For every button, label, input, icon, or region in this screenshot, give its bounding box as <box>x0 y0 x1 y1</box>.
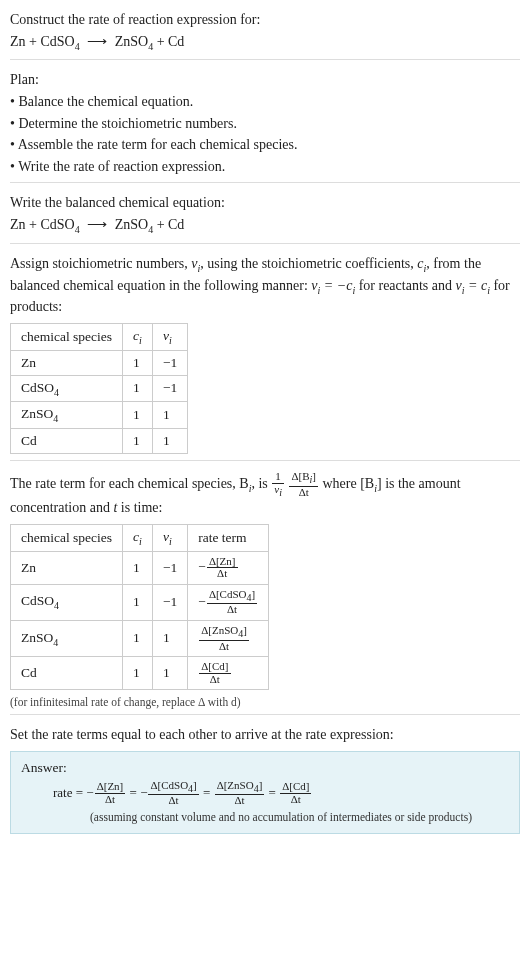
dt: Δt <box>299 486 309 498</box>
sub4: 4 <box>53 413 58 424</box>
neg: − <box>198 559 206 574</box>
text: = −c <box>320 278 352 293</box>
rate-frac: Δ[CdSO4]Δt <box>207 589 257 616</box>
rel1: νi = −ci <box>311 278 355 293</box>
nu-i: νi <box>191 256 200 271</box>
arrow-icon: ⟶ <box>87 217 108 232</box>
intro-section: Construct the rate of reaction expressio… <box>10 10 520 53</box>
cell-nu: 1 <box>152 657 187 690</box>
cell-c: 1 <box>123 620 153 656</box>
col-c: ci <box>123 323 153 350</box>
eq-tail: + Cd <box>153 34 184 49</box>
sub4: 4 <box>54 386 59 397</box>
plan-item: Write the rate of reaction expression. <box>10 157 520 177</box>
table-row: Cd 1 1 Δ[Cd]Δt <box>11 657 269 690</box>
cell-c: 1 <box>123 584 153 620</box>
text: Δ[B <box>291 470 309 482</box>
num: Δ[Cd] <box>199 661 230 674</box>
num: Δ[CdSO4] <box>207 589 257 605</box>
text: for reactants and <box>355 278 455 293</box>
table-row: ZnSO4 1 1 <box>11 402 188 429</box>
text: where [B <box>322 476 374 491</box>
num: Δ[Cd] <box>280 781 311 794</box>
eq-lhs: Zn + CdSO <box>10 217 75 232</box>
neg: − <box>140 784 147 799</box>
den: Δt <box>289 487 318 499</box>
cell-nu: −1 <box>152 375 187 402</box>
stoich-table: chemical species ci νi Zn 1 −1 CdSO4 1 −… <box>10 323 188 454</box>
text: is time: <box>117 500 162 515</box>
text: , using the stoichiometric coefficients, <box>200 256 417 271</box>
plan-item: Balance the chemical equation. <box>10 92 520 112</box>
frac-dB-dt: Δ[Bi] Δt <box>289 471 318 498</box>
final-section: Set the rate terms equal to each other t… <box>10 714 520 834</box>
text: ] <box>312 470 316 482</box>
rate-word: rate = − <box>53 784 94 799</box>
den: Δt <box>199 674 230 686</box>
cell-nu: −1 <box>152 350 187 375</box>
col-nu: νi <box>152 323 187 350</box>
answer-box: Answer: rate = −Δ[Zn]Δt = −Δ[CdSO4]Δt = … <box>10 751 520 834</box>
cell-c: 1 <box>123 429 153 454</box>
table-row: Zn 1 −1 <box>11 350 188 375</box>
num: Δ[ZnSO4] <box>199 625 249 641</box>
col-c: ci <box>123 524 153 551</box>
sub-i: i <box>169 536 172 547</box>
balanced-section: Write the balanced chemical equation: Zn… <box>10 182 520 236</box>
cell-c: 1 <box>123 350 153 375</box>
col-species: chemical species <box>11 323 123 350</box>
num: Δ[Bi] <box>289 471 318 487</box>
final-heading: Set the rate terms equal to each other t… <box>10 725 520 745</box>
den: Δt <box>207 604 257 616</box>
cell-nu: 1 <box>152 620 187 656</box>
eq-sep: = <box>200 784 214 799</box>
col-species: chemical species <box>11 524 123 551</box>
cell-species: CdSO4 <box>11 584 123 620</box>
c-i: ci <box>417 256 426 271</box>
table-header-row: chemical species ci νi <box>11 323 188 350</box>
num: Δ[ZnSO4] <box>215 780 265 796</box>
cell-species: ZnSO4 <box>11 402 123 429</box>
table-row: CdSO4 1 −1 −Δ[CdSO4]Δt <box>11 584 269 620</box>
table-row: ZnSO4 1 1 Δ[ZnSO4]Δt <box>11 620 269 656</box>
text: = c <box>464 278 487 293</box>
assign-section: Assign stoichiometric numbers, νi, using… <box>10 243 520 454</box>
den: Δt <box>199 641 249 653</box>
eq-rhs: ZnSO <box>115 217 148 232</box>
frac-zn: Δ[Zn]Δt <box>95 781 126 805</box>
cell-nu: −1 <box>152 584 187 620</box>
cell-species: Zn <box>11 551 123 584</box>
sub4: 4 <box>238 628 243 639</box>
plan-item: Determine the stoichiometric numbers. <box>10 114 520 134</box>
plan-section: Plan: Balance the chemical equation. Det… <box>10 59 520 176</box>
table-row: CdSO4 1 −1 <box>11 375 188 402</box>
eq-sep: = <box>265 784 279 799</box>
answer-assumption: (assuming constant volume and no accumul… <box>21 811 509 823</box>
answer-label: Answer: <box>21 760 509 776</box>
intro-equation: Zn + CdSO4 ⟶ ZnSO4 + Cd <box>10 32 520 54</box>
cell-species: Cd <box>11 429 123 454</box>
cell-rate: −Δ[CdSO4]Δt <box>188 584 269 620</box>
sub4: 4 <box>247 592 252 603</box>
table-row: Zn 1 −1 −Δ[Zn]Δt <box>11 551 269 584</box>
text: The rate term for each chemical species,… <box>10 476 249 491</box>
neg: − <box>198 593 206 608</box>
frac-cd: Δ[Cd]Δt <box>280 781 311 805</box>
rate-frac: Δ[Cd]Δt <box>199 661 230 685</box>
sub4: 4 <box>75 40 80 51</box>
sub4: 4 <box>75 224 80 235</box>
rate-expression: rate = −Δ[Zn]Δt = −Δ[CdSO4]Δt = Δ[ZnSO4]… <box>21 780 509 807</box>
eq-rhs: ZnSO <box>115 34 148 49</box>
cell-c: 1 <box>123 551 153 584</box>
cell-c: 1 <box>123 657 153 690</box>
rate-frac: Δ[Zn]Δt <box>207 556 238 580</box>
balanced-heading: Write the balanced chemical equation: <box>10 193 520 213</box>
sub4: 4 <box>54 600 59 611</box>
text: , is <box>251 476 271 491</box>
table-row: Cd 1 1 <box>11 429 188 454</box>
cell-rate: Δ[Cd]Δt <box>188 657 269 690</box>
rateterm-table: chemical species ci νi rate term Zn 1 −1… <box>10 524 269 690</box>
den: Δt <box>215 795 265 807</box>
rate-frac: Δ[ZnSO4]Δt <box>199 625 249 652</box>
cell-nu: 1 <box>152 429 187 454</box>
